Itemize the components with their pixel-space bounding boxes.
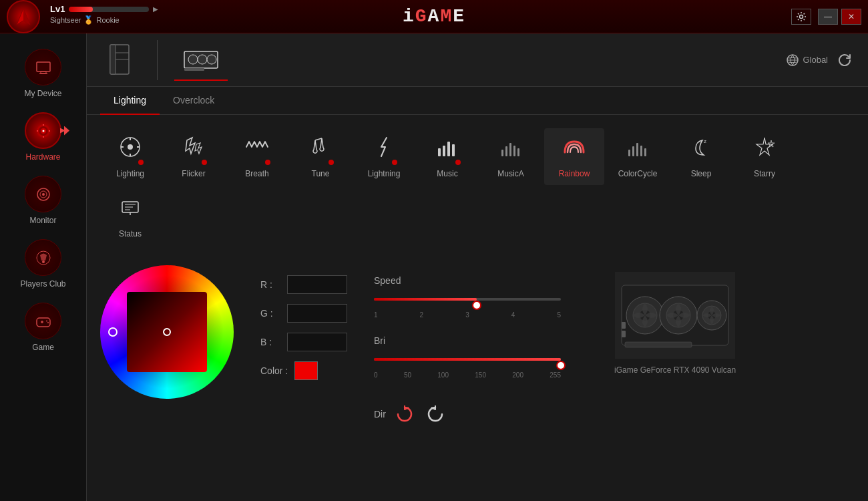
svg-point-17 bbox=[42, 193, 45, 196]
close-button[interactable]: ✕ bbox=[841, 9, 861, 25]
starry-icon bbox=[752, 135, 777, 164]
svg-rect-44 bbox=[443, 146, 445, 156]
header-controls: Global bbox=[786, 50, 855, 70]
sidebar-item-players-club[interactable]: Players Club bbox=[0, 234, 86, 294]
r-input[interactable] bbox=[287, 275, 347, 294]
effect-rainbow[interactable]: Rainbow bbox=[544, 128, 604, 185]
brightness-slider-fill bbox=[374, 358, 561, 361]
svg-point-37 bbox=[128, 144, 133, 150]
device-tabs bbox=[100, 36, 228, 84]
sidebar-item-my-device[interactable]: My Device bbox=[0, 43, 86, 104]
status-label: Status bbox=[119, 229, 142, 238]
effect-lightning[interactable]: Lightning bbox=[354, 128, 414, 185]
rainbow-icon bbox=[562, 135, 586, 164]
global-button[interactable]: Global bbox=[786, 53, 828, 67]
effect-tune[interactable]: Tune bbox=[290, 128, 351, 185]
color-wheel-container[interactable] bbox=[100, 265, 234, 399]
effect-starry[interactable]: Starry bbox=[734, 128, 795, 185]
tab-overclock[interactable]: Overclock bbox=[160, 87, 228, 115]
b-input[interactable] bbox=[287, 333, 347, 351]
status-icon bbox=[118, 195, 142, 224]
r-label: R : bbox=[260, 279, 280, 290]
level-label: Lv1 bbox=[50, 4, 65, 14]
dir-label: Dir bbox=[374, 409, 386, 420]
gpu-image bbox=[615, 272, 735, 359]
svg-text:z: z bbox=[704, 138, 706, 144]
svg-rect-56 bbox=[644, 148, 646, 156]
svg-rect-49 bbox=[509, 143, 511, 156]
color-picker-selector[interactable] bbox=[163, 328, 171, 336]
gpu-section: iGame GeForce RTX 4090 Vulcan bbox=[614, 265, 736, 375]
color-wheel[interactable] bbox=[100, 265, 234, 399]
sliders-section: Speed 1 2 3 4 5 bbox=[374, 265, 588, 426]
starry-label: Starry bbox=[754, 169, 775, 178]
breath-label: Breath bbox=[245, 169, 268, 178]
device-tab-case[interactable] bbox=[100, 36, 140, 84]
device-tab-gpu[interactable] bbox=[174, 39, 228, 81]
sidebar: My Device bbox=[0, 33, 87, 501]
rank-badge-icon: 🏅 bbox=[83, 15, 93, 25]
sidebar-item-monitor[interactable]: Monitor bbox=[0, 170, 86, 230]
b-label: B : bbox=[260, 337, 280, 347]
g-input[interactable] bbox=[287, 304, 347, 323]
effect-sleep[interactable]: z Sleep bbox=[671, 128, 731, 185]
color-picker-square[interactable] bbox=[127, 292, 207, 372]
svg-rect-73 bbox=[625, 342, 692, 347]
dir-counter-button[interactable] bbox=[423, 402, 447, 426]
music-icon bbox=[435, 135, 459, 164]
dir-clockwise-button[interactable] bbox=[393, 402, 417, 426]
effect-colorcycle[interactable]: ColorCycle bbox=[608, 128, 668, 185]
breath-icon bbox=[245, 135, 269, 164]
svg-rect-53 bbox=[632, 146, 634, 156]
svg-line-42 bbox=[315, 138, 322, 140]
svg-rect-50 bbox=[513, 146, 515, 156]
effect-musica[interactable]: MusicA bbox=[481, 128, 541, 185]
app-logo: Lv1 ▶ Sightseer 🏅 Rookie bbox=[7, 0, 40, 33]
refresh-button[interactable] bbox=[835, 50, 855, 70]
svg-point-19 bbox=[42, 261, 45, 263]
sidebar-item-game[interactable]: Game bbox=[0, 297, 86, 357]
effect-lighting[interactable]: Lighting bbox=[100, 128, 160, 185]
sidebar-label-players-club: Players Club bbox=[20, 279, 65, 289]
app-title: iGAME bbox=[403, 6, 465, 27]
color-section: R : G : B : Color : bbox=[87, 259, 868, 433]
color-swatch[interactable] bbox=[294, 361, 318, 380]
color-preview-row: Color : bbox=[260, 361, 347, 380]
lighting-icon bbox=[118, 135, 142, 164]
speed-slider-thumb[interactable] bbox=[472, 301, 481, 310]
svg-point-32 bbox=[207, 55, 216, 64]
brightness-slider-thumb[interactable] bbox=[556, 361, 566, 370]
sidebar-item-hardware[interactable]: Hardware bbox=[0, 107, 86, 167]
g-row: G : bbox=[260, 304, 347, 323]
breath-dot bbox=[265, 160, 270, 165]
brightness-slider-row: Bri 0 50 100 150 200 255 bbox=[374, 335, 588, 379]
svg-point-23 bbox=[46, 320, 47, 321]
settings-button[interactable] bbox=[791, 9, 811, 25]
brightness-slider-container bbox=[374, 353, 588, 366]
svg-rect-54 bbox=[636, 143, 638, 156]
monitor-icon bbox=[25, 176, 61, 212]
tune-dot bbox=[329, 160, 334, 165]
sidebar-label-my-device: My Device bbox=[24, 89, 61, 98]
hue-selector[interactable] bbox=[108, 327, 118, 337]
effect-flicker[interactable]: Flicker bbox=[164, 128, 224, 185]
svg-point-2 bbox=[800, 15, 803, 18]
brightness-slider-track[interactable] bbox=[374, 358, 561, 361]
svg-marker-1 bbox=[23, 9, 30, 25]
lighting-dot bbox=[138, 160, 144, 165]
speed-slider-track[interactable] bbox=[374, 298, 561, 301]
effect-breath[interactable]: Breath bbox=[227, 128, 287, 185]
global-label: Global bbox=[803, 55, 828, 65]
gpu-name: iGame GeForce RTX 4090 Vulcan bbox=[614, 365, 736, 375]
effect-status[interactable]: Status bbox=[100, 188, 160, 245]
g-label: G : bbox=[260, 308, 280, 319]
colorcycle-icon bbox=[626, 135, 650, 164]
lightning-label: Lightning bbox=[368, 169, 401, 178]
tune-icon bbox=[308, 135, 333, 164]
svg-rect-45 bbox=[447, 142, 450, 156]
speed-slider-marks: 1 2 3 4 5 bbox=[374, 311, 561, 319]
effect-music[interactable]: Music bbox=[417, 128, 477, 185]
sidebar-label-hardware: Hardware bbox=[25, 152, 60, 162]
minimize-button[interactable]: — bbox=[818, 9, 838, 25]
tab-lighting[interactable]: Lighting bbox=[100, 87, 160, 115]
